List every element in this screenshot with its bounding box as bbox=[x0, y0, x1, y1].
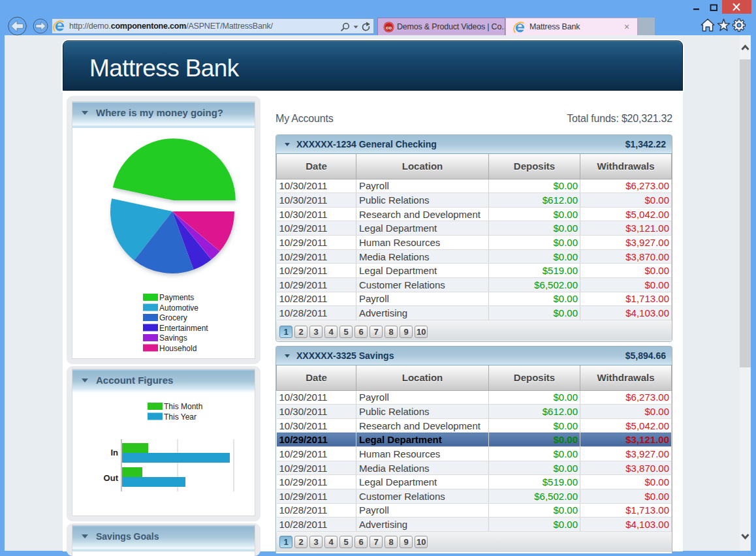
svg-text:Out: Out bbox=[104, 473, 119, 483]
svg-text:Payments: Payments bbox=[159, 293, 194, 302]
svg-text:Grocery: Grocery bbox=[159, 313, 187, 322]
svg-text:Household: Household bbox=[159, 344, 197, 353]
svg-text:Automotive: Automotive bbox=[159, 303, 198, 313]
svg-text:co: co bbox=[386, 25, 392, 31]
svg-text:Savings: Savings bbox=[159, 333, 187, 343]
svg-text:Entertainment: Entertainment bbox=[159, 324, 208, 333]
svg-text:This Month: This Month bbox=[164, 402, 202, 411]
svg-text:In: In bbox=[110, 448, 118, 457]
svg-text:This Year: This Year bbox=[164, 412, 197, 422]
